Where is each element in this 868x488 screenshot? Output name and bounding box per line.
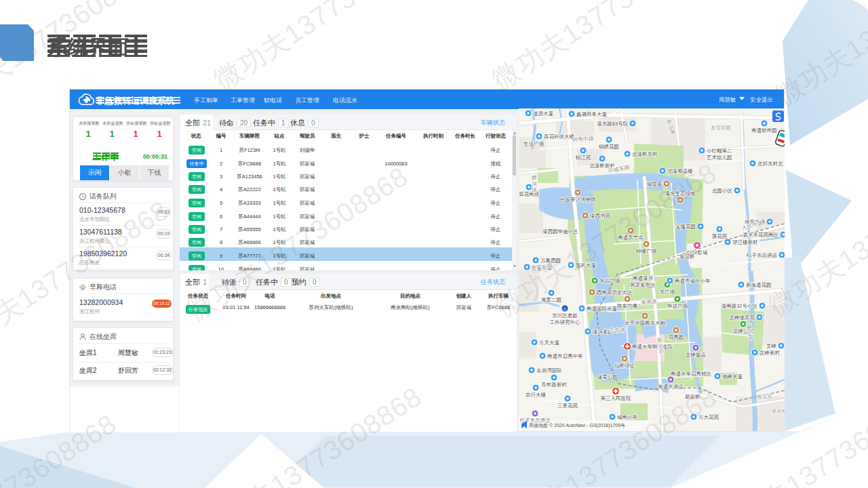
svg-text:北园小区: 北园小区 <box>712 188 733 194</box>
svg-text:南通大学附属医院: 南通大学附属医院 <box>631 344 673 350</box>
svg-text:小红帽第二: 小红帽第二 <box>706 148 732 154</box>
svg-text:驰峰大厦: 驰峰大厦 <box>722 373 743 380</box>
svg-text:城隍庙: 城隍庙 <box>646 181 663 187</box>
svg-text:北郭东村北: 北郭东村北 <box>757 161 783 167</box>
svg-text:方天大厦: 方天大厦 <box>539 340 560 346</box>
svg-text:友谊家园: 友谊家园 <box>711 125 731 131</box>
svg-text:锦江苑: 锦江苑 <box>575 155 591 161</box>
svg-text:农行大楼: 农行大楼 <box>525 392 547 398</box>
svg-text:水晶广场: 水晶广场 <box>599 278 620 284</box>
svg-text:文峰恼景苑: 文峰恼景苑 <box>730 314 755 321</box>
svg-text:易家桥: 易家桥 <box>685 394 701 400</box>
svg-text:华达广场: 华达广场 <box>667 303 688 309</box>
svg-text:体育公园: 体育公园 <box>597 374 618 380</box>
svg-text:金鼎湾国际: 金鼎湾国际 <box>536 367 562 373</box>
svg-text:崇川区老龄: 崇川区老龄 <box>552 312 578 319</box>
svg-text:南通市城中小学: 南通市城中小学 <box>674 278 711 284</box>
svg-text:古寺路: 古寺路 <box>608 327 626 334</box>
svg-text:南通软件园: 南通软件园 <box>751 127 777 134</box>
svg-text:望江楼新村: 望江楼新村 <box>732 239 758 245</box>
svg-text:南通濠河: 南通濠河 <box>632 275 654 281</box>
svg-text:文峰: 文峰 <box>766 343 777 349</box>
svg-text:太平兴国教寺大殿: 太平兴国教寺大殿 <box>625 320 666 326</box>
svg-text:濠南路: 濠南路 <box>641 298 658 306</box>
svg-text:百花科技大楼: 百花科技大楼 <box>544 134 575 140</box>
svg-text:城南小学: 城南小学 <box>616 414 638 420</box>
svg-text:钟楼广场: 钟楼广场 <box>635 248 656 254</box>
svg-text:北濠桥东村: 北濠桥东村 <box>632 151 658 157</box>
svg-text:西南营历史街区: 西南营历史街区 <box>597 289 633 296</box>
svg-text:文峰新村: 文峰新村 <box>760 350 781 356</box>
svg-text:文峰饭店: 文峰饭店 <box>686 352 707 358</box>
svg-text:C: C <box>564 307 567 311</box>
svg-text:青年路新村: 青年路新村 <box>541 382 567 388</box>
svg-text:河: 河 <box>532 181 537 187</box>
svg-text:濠东生态绿地: 濠东生态绿地 <box>665 190 696 197</box>
svg-text:桔子水晶酒店: 桔子水晶酒店 <box>746 252 778 258</box>
svg-text:三喜花苑: 三喜花苑 <box>557 403 578 409</box>
svg-text:银花苑: 银花苑 <box>757 394 773 400</box>
svg-text:森大蒂花苑南区: 森大蒂花苑南区 <box>743 232 779 238</box>
svg-text:陈实功像: 陈实功像 <box>617 303 638 309</box>
svg-text:濠西园华迪小区: 濠西园华迪小区 <box>542 228 578 235</box>
svg-text:锦绣花园: 锦绣花园 <box>598 144 619 150</box>
svg-text:南通天宁寺: 南通天宁寺 <box>617 235 644 241</box>
svg-text:北濠顺适楼: 北濠顺适楼 <box>667 168 693 174</box>
svg-text:东广场: 东广场 <box>660 289 675 295</box>
svg-text:南通国际大厦: 南通国际大厦 <box>586 306 618 312</box>
svg-text:南通市启秀中学: 南通市启秀中学 <box>547 353 583 359</box>
svg-text:医药大厦: 医药大厦 <box>576 262 597 268</box>
svg-text:将军二园: 将军二园 <box>541 297 561 303</box>
svg-text:艺术幼儿园: 艺术幼儿园 <box>707 155 732 161</box>
svg-text:扇秀园: 扇秀园 <box>669 334 684 340</box>
svg-text:新海通花园: 新海通花园 <box>746 282 772 288</box>
svg-text:濠东路63号院: 濠东路63号院 <box>597 121 628 127</box>
svg-text:仙桥绿堤: 仙桥绿堤 <box>614 363 635 369</box>
svg-text:易家桥新村: 易家桥新村 <box>772 408 785 414</box>
svg-text:南通大学启秀校区: 南通大学启秀校区 <box>670 371 712 377</box>
svg-text:路: 路 <box>532 187 537 193</box>
svg-text:横: 横 <box>531 175 537 181</box>
svg-text:友谊桥: 友谊桥 <box>679 253 695 260</box>
svg-text:工作研究中心: 工作研究中心 <box>550 319 581 325</box>
svg-text:华通犬酒店: 华通犬酒店 <box>657 384 684 390</box>
svg-text:中国审计博物馆: 中国审计博物馆 <box>560 197 596 203</box>
svg-text:第三人民医院: 第三人民医院 <box>601 395 632 401</box>
svg-text:波源大厦: 波源大厦 <box>532 110 554 117</box>
svg-text:方大花苑: 方大花苑 <box>698 414 719 420</box>
svg-text:濠南路32号小区: 濠南路32号小区 <box>722 303 758 309</box>
svg-text:生活广场: 生活广场 <box>523 141 544 147</box>
svg-text:高德地图 © 2020 AutoNavi - GS(2018: 高德地图 © 2020 AutoNavi - GS(2018)1709号 <box>529 423 625 428</box>
svg-text:莲花苑: 莲花苑 <box>712 233 728 239</box>
svg-text:鑫晟商务大厦: 鑫晟商务大厦 <box>576 111 608 117</box>
svg-text:宝隆花园: 宝隆花园 <box>675 224 696 230</box>
svg-text:濠西书苑: 濠西书苑 <box>590 213 611 219</box>
svg-text:风景名胜区: 风景名胜区 <box>630 282 656 288</box>
